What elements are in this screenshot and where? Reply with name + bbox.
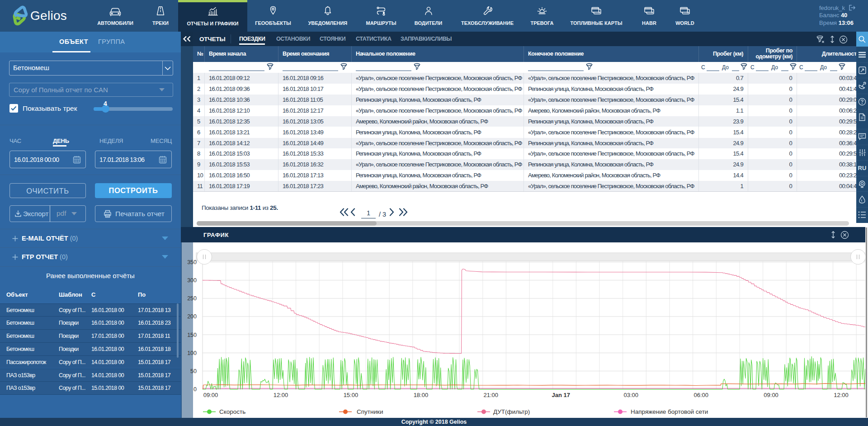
- svg-text:100: 100: [187, 350, 197, 356]
- svg-text:50: 50: [190, 368, 197, 374]
- svg-text:18:00: 18:00: [414, 392, 429, 398]
- svg-text:Спутники: Спутники: [357, 408, 383, 415]
- svg-text:12:00: 12:00: [274, 392, 288, 398]
- svg-text:Напряжение бортовой сети: Напряжение бортовой сети: [631, 408, 708, 415]
- svg-text:09:00: 09:00: [203, 392, 218, 398]
- svg-text:300: 300: [187, 277, 197, 284]
- svg-text:350: 350: [187, 259, 197, 265]
- svg-text:ДУТ(фильтр): ДУТ(фильтр): [493, 408, 530, 415]
- svg-text:06:00: 06:00: [693, 392, 708, 398]
- svg-text:Скорость: Скорость: [219, 408, 245, 415]
- svg-text:21:00: 21:00: [484, 392, 499, 398]
- svg-text:150: 150: [187, 332, 197, 338]
- svg-text:15:00: 15:00: [344, 392, 359, 398]
- svg-text:200: 200: [187, 313, 197, 320]
- svg-text:09:00: 09:00: [764, 392, 778, 398]
- svg-text:12:00: 12:00: [834, 392, 849, 398]
- svg-text:250: 250: [187, 295, 197, 302]
- svg-text:0: 0: [193, 386, 197, 393]
- svg-text:03:00: 03:00: [623, 392, 638, 398]
- svg-text:Jan 17: Jan 17: [552, 392, 570, 398]
